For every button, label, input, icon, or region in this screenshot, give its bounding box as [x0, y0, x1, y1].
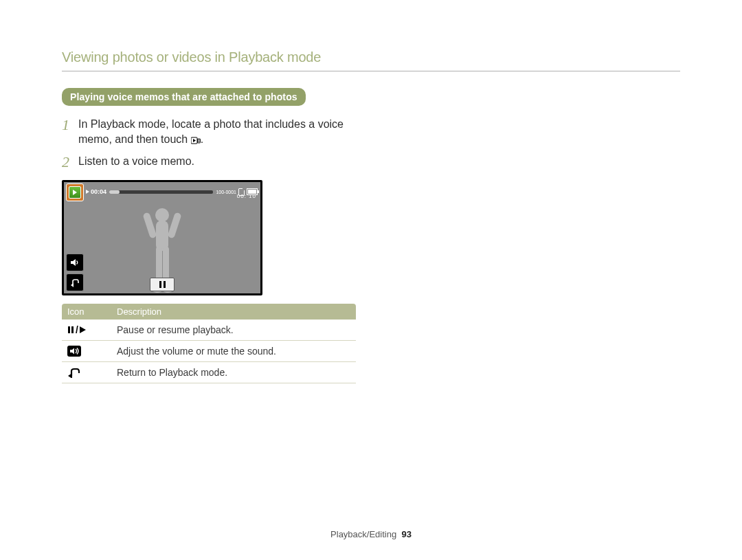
pause-button[interactable] [150, 278, 175, 291]
footer-section: Playback/Editing [330, 529, 396, 539]
svg-marker-14 [71, 259, 76, 266]
table-header-desc: Description [111, 304, 356, 320]
step-2: 2 Listen to a voice memo. [62, 154, 378, 170]
title-rule [62, 71, 680, 71]
step-number: 1 [62, 117, 78, 133]
table-row: Return to Playback mode. [62, 362, 356, 383]
step-text-before: Listen to a voice memo. [78, 155, 194, 167]
memo-play-icon [191, 137, 201, 144]
svg-rect-16 [68, 326, 70, 333]
progress-bar[interactable] [109, 190, 213, 194]
svg-rect-9 [167, 212, 181, 238]
return-icon [67, 367, 106, 378]
playback-screenshot: 00:04 100-0001 00: 10 [62, 180, 262, 295]
return-button[interactable] [66, 273, 84, 291]
svg-rect-8 [142, 212, 157, 238]
step-number: 2 [62, 154, 78, 170]
table-row: / Pause or resume playback. [62, 320, 356, 341]
page-footer: Playback/Editing 93 [0, 529, 742, 539]
total-time: 00: 10 [237, 193, 256, 199]
step-text: Listen to a voice memo. [78, 154, 194, 169]
svg-rect-7 [156, 221, 168, 251]
table-cell-desc: Pause or resume playback. [111, 320, 356, 341]
svg-rect-17 [71, 326, 74, 333]
svg-point-6 [155, 208, 169, 222]
volume-icon [67, 346, 106, 357]
svg-marker-15 [71, 283, 74, 287]
pause-play-icon: / [67, 325, 106, 335]
footer-page-number: 93 [401, 529, 411, 539]
play-indicator-icon [86, 190, 89, 194]
step-text: In Playback mode, locate a photo that in… [78, 117, 378, 147]
svg-marker-22 [68, 373, 72, 378]
playback-topbar: 00:04 100-0001 [64, 182, 260, 201]
volume-button[interactable] [66, 254, 84, 271]
table-cell-desc: Return to Playback mode. [111, 362, 356, 383]
page-title: Viewing photos or videos in Playback mod… [62, 49, 680, 65]
step-text-after: . [201, 133, 203, 145]
step-1: 1 In Playback mode, locate a photo that … [62, 117, 378, 147]
table-header-icon: Icon [62, 304, 111, 320]
icon-description-table: Icon Description / Pause or resume [62, 304, 356, 383]
steps-list: 1 In Playback mode, locate a photo that … [62, 117, 378, 170]
file-number-label: 100-0001 [216, 190, 236, 194]
svg-marker-19 [80, 326, 86, 333]
step-text-before: In Playback mode, locate a photo that in… [78, 118, 344, 145]
table-row: Adjust the volume or mute the sound. [62, 341, 356, 362]
svg-marker-1 [193, 139, 196, 142]
playback-thumbnail-button[interactable] [66, 183, 84, 201]
table-cell-desc: Adjust the volume or mute the sound. [111, 341, 356, 362]
elapsed-time: 00:04 [91, 188, 106, 195]
section-heading-pill: Playing voice memos that are attached to… [62, 88, 306, 106]
svg-text:/: / [76, 325, 78, 335]
